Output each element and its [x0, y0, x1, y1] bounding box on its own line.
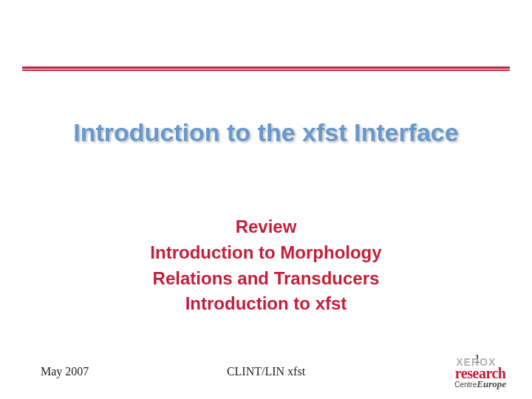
subtitle-line-4: Introduction to xfst — [0, 291, 532, 317]
subtitle-line-3: Relations and Transducers — [0, 266, 532, 292]
subtitle-line-1: Review — [0, 214, 532, 240]
footer-center-text: CLINT/LIN xfst — [0, 365, 532, 378]
slide-title: Introduction to the xfst Interface — [0, 118, 532, 147]
logo-europe-text: Europe — [477, 378, 506, 389]
logo-centre-text: Centre — [454, 381, 477, 389]
subtitle-line-2: Introduction to Morphology — [0, 240, 532, 266]
xerox-logo: XEROX research CentreEurope — [454, 358, 506, 388]
horizontal-divider — [22, 66, 510, 71]
subtitle-block: Review Introduction to Morphology Relati… — [0, 214, 532, 317]
logo-sub-text: CentreEurope — [454, 380, 506, 389]
